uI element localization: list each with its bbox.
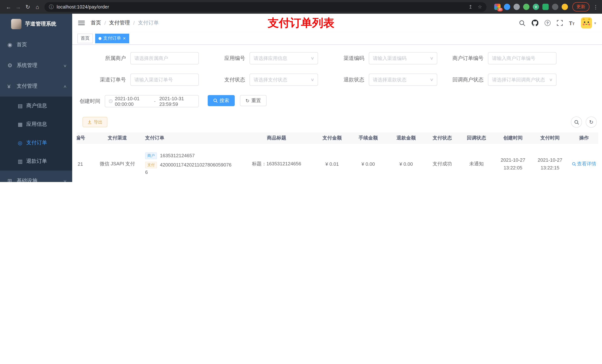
filter-pay-status: 支付状态 请选择支付状态 ∨ (199, 74, 318, 86)
refresh-table-button[interactable]: ↻ (586, 116, 597, 128)
top-navbar: 首页 / 支付管理 / 支付订单 ? (72, 14, 602, 32)
extension-badge: 10 (497, 8, 503, 11)
hamburger-icon[interactable] (78, 20, 85, 26)
filter-refund-status: 退款状态 请选择退款状态 ∨ (318, 74, 437, 86)
update-button[interactable]: 更新 (572, 2, 589, 11)
back-icon[interactable]: ← (4, 4, 13, 10)
filter-channel-code: 渠道编码 请输入渠道编码 ∨ (318, 52, 437, 64)
chevron-down-icon: ∨ (63, 179, 67, 182)
sidebar-item-payment[interactable]: ¥ 支付管理 ∧ (0, 76, 72, 96)
cell-pay-time: 2021-10-27 13:22:15 (533, 156, 567, 172)
active-dot (98, 37, 101, 40)
target-icon: ◎ (18, 140, 26, 146)
user-avatar[interactable]: ▾ (581, 17, 596, 29)
refund-status-select[interactable]: 请选择退款状态 ∨ (369, 74, 437, 86)
channel-code-select[interactable]: 请输入渠道编码 ∨ (369, 52, 437, 64)
extension-drop-icon[interactable] (504, 4, 510, 10)
help-icon[interactable]: ? (544, 20, 550, 26)
reset-button[interactable]: ↻ 重置 (240, 95, 267, 106)
site-info-icon[interactable]: ⓘ (49, 3, 54, 10)
chevron-down-icon: ∨ (430, 56, 434, 61)
notify-status-select[interactable]: 请选择订单回调商户状态 ∨ (488, 74, 557, 86)
sidebar-item-merchant-info[interactable]: ▤ 商户信息 (0, 96, 72, 115)
reload-icon[interactable]: ↻ (23, 3, 32, 10)
date-range-picker[interactable]: 2021-10-01 00:00:00 - 2021-10-31 23:59:5… (105, 95, 199, 107)
font-size-icon[interactable]: TT (569, 20, 575, 26)
tag-pay-order[interactable]: 支付订单 × (95, 33, 129, 43)
view-detail-link[interactable]: 查看详情 (572, 161, 596, 167)
sidebar-menu: ◉ 首页 ⚙ 系统管理 ∨ ¥ 支付管理 ∧ ▤ 商户信息 (0, 34, 72, 182)
close-icon[interactable]: × (123, 36, 126, 41)
sidebar-item-app-info[interactable]: ▦ 应用信息 (0, 115, 72, 134)
merchant-badge: 商户 (145, 152, 157, 159)
bookmark-star-icon[interactable]: ☆ (478, 4, 482, 10)
forward-icon[interactable]: → (13, 4, 23, 10)
sidebar-item-home[interactable]: ◉ 首页 (0, 34, 72, 55)
filter-create-time: 创建时间 2021-10-01 00:00:00 - 2021-10-31 23… (80, 95, 199, 107)
filter-notify-status: 回调商户状态 请选择订单回调商户状态 ∨ (437, 74, 557, 86)
sidebar-item-refund-order[interactable]: ▥ 退款订单 (0, 152, 72, 171)
sidebar-item-system[interactable]: ⚙ 系统管理 ∨ (0, 55, 72, 76)
sidebar-item-infrastructure[interactable]: ⊞ 基础设施 ∨ (0, 171, 72, 182)
chevron-down-icon: ∨ (549, 77, 553, 82)
browser-menu-icon[interactable]: ⋮ (593, 4, 598, 10)
fullscreen-icon[interactable] (557, 20, 563, 26)
chevron-down-icon: ∨ (311, 77, 314, 82)
extension-face-icon[interactable] (562, 4, 568, 10)
app-logo[interactable]: 芋道管理系统 (0, 14, 72, 34)
cell-title: 标题：1635312124656 (238, 161, 315, 167)
cell-id: 21 (77, 161, 93, 167)
extension-colorful-icon[interactable]: 10 (494, 4, 501, 10)
breadcrumb-home[interactable]: 首页 (91, 20, 101, 26)
logo-image (11, 19, 22, 29)
app-title: 芋道管理系统 (25, 21, 56, 27)
home-icon[interactable]: ⌂ (32, 4, 42, 10)
cell-refund: ¥ 0.00 (388, 161, 425, 167)
cell-notify-status: 未通知 (460, 161, 493, 167)
screen: ← → ↻ ⌂ ⓘ localhost:1024/pay/order ↥ ☆ 1… (0, 0, 602, 182)
page-content: 所属商户 请选择所属商户 应用编号 请选择应用信息 ∨ 渠道编码 (72, 45, 602, 182)
filter-merchant: 所属商户 请选择所属商户 (80, 52, 199, 64)
extension-green-icon[interactable] (523, 4, 529, 10)
breadcrumb-payment[interactable]: 支付管理 (109, 20, 130, 26)
share-icon[interactable]: ↥ (469, 4, 473, 10)
toggle-search-button[interactable] (571, 116, 582, 128)
filter-merchant-order-no: 商户订单编号 请输入商户订单编号 (437, 52, 557, 64)
search-icon (574, 120, 579, 125)
clock-icon (109, 99, 113, 104)
caret-down-icon: ▾ (594, 21, 596, 25)
merchant-order-no-input[interactable]: 请输入商户订单编号 (488, 52, 557, 64)
pay-badge: 支付 (145, 161, 157, 168)
refresh-icon: ↻ (246, 98, 249, 104)
address-bar[interactable]: ⓘ localhost:1024/pay/order ↥ ☆ (44, 2, 486, 12)
cell-amount: ¥ 0.01 (315, 161, 349, 167)
search-icon[interactable] (519, 20, 525, 26)
sidebar: 芋道管理系统 ◉ 首页 ⚙ 系统管理 ∨ ¥ 支付管理 ∧ (0, 14, 72, 182)
merchant-icon: ▤ (18, 103, 26, 109)
github-icon[interactable] (531, 20, 538, 26)
dashboard-icon: ◉ (7, 42, 17, 48)
app-no-select[interactable]: 请选择应用信息 ∨ (249, 52, 318, 64)
browser-chrome: ← → ↻ ⌂ ⓘ localhost:1024/pay/order ↥ ☆ 1… (0, 0, 602, 14)
breadcrumb: 首页 / 支付管理 / 支付订单 (91, 20, 159, 26)
download-icon (87, 120, 92, 124)
extension-gray-icon[interactable] (514, 4, 520, 10)
export-button[interactable]: 导出 (83, 117, 107, 127)
sidebar-item-pay-order[interactable]: ◎ 支付订单 (0, 134, 72, 152)
payment-submenu: ▤ 商户信息 ▦ 应用信息 ◎ 支付订单 ▥ 退款订单 (0, 96, 72, 171)
extension-chat-icon[interactable] (542, 4, 549, 10)
merchant-input[interactable]: 请选择所属商户 (130, 52, 199, 64)
chevron-down-icon: ∨ (63, 63, 67, 68)
search-button[interactable]: 搜索 (208, 95, 235, 106)
pay-status-select[interactable]: 请选择支付状态 ∨ (249, 74, 318, 86)
extensions-row: 10 V (491, 4, 568, 10)
avatar-image (581, 17, 592, 29)
cell-create-time: 2021-10-27 13:22:05 (493, 156, 533, 172)
table-row: 21 微信 JSAPI 支付 商户1635312124657 支付4200001… (77, 144, 598, 182)
vue-devtools-icon[interactable]: V (533, 4, 539, 10)
extension-pin-icon[interactable] (552, 4, 558, 10)
app-grid-icon: ▦ (18, 121, 26, 127)
channel-order-no-input[interactable]: 请输入渠道订单号 (130, 74, 199, 86)
tag-home[interactable]: 首页 (77, 33, 93, 43)
magnifier-icon (572, 162, 576, 166)
